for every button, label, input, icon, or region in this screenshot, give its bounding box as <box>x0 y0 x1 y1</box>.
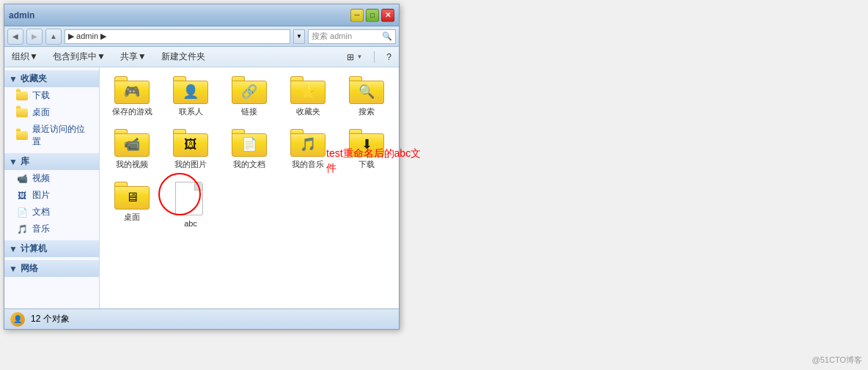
file-item[interactable]: 🔗 链接 <box>223 73 276 120</box>
status-count: 12 个对象 <box>31 313 70 325</box>
folder-icon: 🎵 <box>290 129 326 157</box>
title-bar: admin ─ □ ✕ <box>4 4 399 26</box>
folder-overlay: ⭐ <box>296 83 320 100</box>
file-label: 我的音乐 <box>292 159 324 170</box>
pictures-icon: 🖼 <box>16 190 28 201</box>
file-item[interactable]: 🖼 我的图片 <box>164 126 217 173</box>
sidebar-item-recent[interactable]: 最近访问的位置 <box>4 121 99 150</box>
search-placeholder: 搜索 admin <box>312 31 352 42</box>
share-button[interactable]: 共享▼ <box>117 49 150 64</box>
recent-folder-icon <box>16 131 28 140</box>
file-item[interactable]: abc <box>164 179 217 231</box>
file-grid: 🎮 保存的游戏 👤 联系人 🔗 链接 <box>106 73 393 231</box>
network-header[interactable]: ▼ 网络 <box>4 260 99 277</box>
status-bar: 👤 12 个对象 <box>4 308 399 329</box>
folder-body: ⬇ <box>349 133 384 157</box>
file-item[interactable]: 📹 我的视频 <box>106 126 158 173</box>
file-item[interactable]: 📄 我的文档 <box>223 126 276 173</box>
address-bar: ◀ ▶ ▲ ▶ admin ▶ ▼ 搜索 admin 🔍 <box>4 26 399 47</box>
address-path: ▶ admin ▶ <box>68 32 106 41</box>
user-avatar: 👤 <box>10 312 25 327</box>
network-section: ▼ 网络 <box>4 260 99 277</box>
file-item[interactable]: 🎮 保存的游戏 <box>106 73 158 120</box>
file-icon <box>175 182 206 217</box>
library-section: ▼ 库 📹 视频 🖼 图片 📄 文档 🎵 音乐 <box>4 153 99 237</box>
search-icon: 🔍 <box>382 32 392 41</box>
folder-body: 📄 <box>232 133 267 157</box>
file-item[interactable]: 👤 联系人 <box>164 73 217 120</box>
favorites-header[interactable]: ▼ 收藏夹 <box>4 70 99 87</box>
folder-body: 📹 <box>114 133 150 157</box>
back-button[interactable]: ◀ <box>7 29 23 45</box>
file-label: 搜索 <box>358 106 375 117</box>
include-library-button[interactable]: 包含到库中▼ <box>50 49 108 64</box>
folder-overlay: 🔗 <box>238 83 261 100</box>
folder-overlay: 👤 <box>179 83 202 100</box>
file-item[interactable]: 🖥 桌面 <box>106 179 158 231</box>
sidebar-item-music[interactable]: 🎵 音乐 <box>4 221 99 237</box>
library-header[interactable]: ▼ 库 <box>4 153 99 170</box>
help-button[interactable]: ? <box>383 51 394 64</box>
file-item[interactable]: ⬇ 下载 <box>340 126 393 173</box>
folder-icon: 🎮 <box>114 76 150 104</box>
address-dropdown[interactable]: ▼ <box>293 29 305 44</box>
organize-button[interactable]: 组织▼ <box>9 49 41 64</box>
folder-body: 🎵 <box>290 133 326 157</box>
sidebar-item-pictures[interactable]: 🖼 图片 <box>4 187 99 204</box>
folder-overlay: 🎵 <box>296 136 320 153</box>
sidebar: ▼ 收藏夹 下载 桌面 最近访问的位置 ▼ <box>4 67 100 308</box>
forward-button[interactable]: ▶ <box>26 29 43 45</box>
file-label: 联系人 <box>179 106 203 117</box>
folder-icon: 🖼 <box>173 129 208 157</box>
sidebar-item-documents[interactable]: 📄 文档 <box>4 204 99 221</box>
folder-body: 🔍 <box>349 81 384 104</box>
up-button[interactable]: ▲ <box>45 29 62 45</box>
computer-header[interactable]: ▼ 计算机 <box>4 240 99 257</box>
watermark: @51CTO博客 <box>812 355 862 366</box>
toolbar-separator <box>374 51 375 63</box>
folder-overlay: 🔍 <box>355 83 378 100</box>
toolbar: 组织▼ 包含到库中▼ 共享▼ 新建文件夹 ⊞ ▼ ? <box>4 47 399 67</box>
folder-overlay: 🎮 <box>120 83 144 100</box>
explorer-window: admin ─ □ ✕ ◀ ▶ ▲ ▶ admin ▶ ▼ 搜索 admin 🔍… <box>4 4 400 330</box>
file-label: 桌面 <box>124 212 140 223</box>
folder-body: 👤 <box>173 81 208 104</box>
new-folder-button[interactable]: 新建文件夹 <box>158 49 208 64</box>
file-item[interactable]: 🔍 搜索 <box>340 73 393 120</box>
desktop-folder-icon <box>16 108 28 117</box>
folder-body: ⭐ <box>290 81 326 104</box>
address-field[interactable]: ▶ admin ▶ <box>65 29 290 44</box>
folder-overlay: 🖥 <box>120 188 144 206</box>
search-box[interactable]: 搜索 admin 🔍 <box>308 29 396 44</box>
title-bar-left: admin <box>9 10 34 21</box>
maximize-button[interactable]: □ <box>366 9 379 22</box>
view-button[interactable]: ⊞ ▼ <box>344 51 365 64</box>
sidebar-item-desktop[interactable]: 桌面 <box>4 104 99 121</box>
file-label: 收藏夹 <box>296 106 320 117</box>
video-icon: 📹 <box>16 173 28 185</box>
file-label: 下载 <box>358 159 375 170</box>
folder-icon: 🔍 <box>349 76 384 104</box>
folder-icon: 🔗 <box>232 76 267 104</box>
content-area: ▼ 收藏夹 下载 桌面 最近访问的位置 ▼ <box>4 67 399 308</box>
minimize-button[interactable]: ─ <box>350 9 364 22</box>
file-label: 我的视频 <box>116 159 148 170</box>
file-page <box>175 182 203 215</box>
file-label: 保存的游戏 <box>112 106 152 117</box>
file-label: abc <box>184 219 197 228</box>
download-folder-icon <box>16 92 28 100</box>
file-label: 我的图片 <box>174 159 207 170</box>
close-button[interactable]: ✕ <box>381 9 394 22</box>
sidebar-item-download[interactable]: 下载 <box>4 87 99 104</box>
folder-body: 🖼 <box>173 133 208 157</box>
computer-section: ▼ 计算机 <box>4 240 99 257</box>
window-title: admin <box>9 10 34 21</box>
folder-overlay: 📹 <box>120 136 144 153</box>
folder-body: 🔗 <box>232 81 267 104</box>
view-dropdown-arrow: ▼ <box>356 53 362 60</box>
folder-body: 🎮 <box>114 81 150 104</box>
file-area: 🎮 保存的游戏 👤 联系人 🔗 链接 <box>100 67 399 308</box>
file-item[interactable]: 🎵 我的音乐 <box>282 126 334 173</box>
sidebar-item-video[interactable]: 📹 视频 <box>4 170 99 187</box>
file-item[interactable]: ⭐ 收藏夹 <box>282 73 334 120</box>
